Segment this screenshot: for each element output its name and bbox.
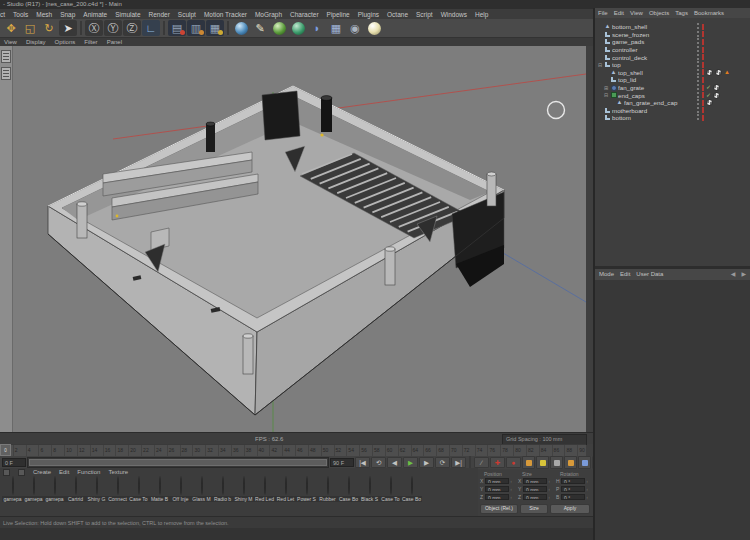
rotate-tool[interactable]: ↻	[40, 20, 58, 36]
stepper-arrows[interactable]: ↕	[586, 487, 588, 492]
material-shiny-g[interactable]: Shiny G	[86, 477, 107, 502]
material-menu-edit[interactable]: Edit	[59, 468, 69, 476]
previous-frame-button[interactable]: ◀	[387, 457, 402, 468]
coordinate-system-toggle[interactable]: ∟	[142, 20, 160, 36]
play-backwards-button[interactable]: ⟲	[371, 457, 386, 468]
object-row-controller[interactable]: controller	[595, 46, 750, 54]
timeline-ruler[interactable]: 0246810121416182022242628303234363840424…	[0, 444, 586, 456]
add-light-button[interactable]	[365, 20, 383, 36]
record-scale-toggle[interactable]	[536, 456, 549, 469]
material-case-bo[interactable]: Case Bo	[401, 477, 422, 502]
live-selection-tool[interactable]: ➤	[59, 20, 77, 36]
visibility-dots[interactable]	[697, 84, 700, 91]
object-row-motherboard[interactable]: motherboard	[595, 107, 750, 115]
x-axis-lock[interactable]: Ⓧ	[85, 20, 103, 36]
object-row-end-caps[interactable]: ⊟end_caps✓	[595, 91, 750, 99]
object-manager-menu-tags[interactable]: Tags	[675, 8, 688, 18]
viewport-menu-panel[interactable]: Panel	[107, 38, 122, 46]
visibility-dots[interactable]	[697, 46, 700, 53]
material-matte-b[interactable]: Matte B	[149, 477, 170, 502]
main-menu-select[interactable]: Select	[0, 11, 5, 18]
material-gamepa[interactable]: gamepa	[2, 477, 23, 502]
record-pla-toggle[interactable]	[578, 456, 591, 469]
main-menu-character[interactable]: Character	[290, 11, 319, 18]
viewport-menu-view[interactable]: View	[4, 38, 17, 46]
object-row-top-lid[interactable]: top_lid	[595, 76, 750, 84]
add-primitive-button[interactable]	[270, 20, 288, 36]
object-manager-menu-file[interactable]: File	[598, 8, 608, 18]
main-menu-script[interactable]: Script	[416, 11, 433, 18]
coordinate-mode-select[interactable]: Object (Rel.)	[480, 504, 518, 514]
material-gamepa[interactable]: gamepa	[23, 477, 44, 502]
object-manager-menu-objects[interactable]: Objects	[649, 8, 669, 18]
viewport-panel-button[interactable]	[1, 67, 11, 80]
material-power-s[interactable]: Power S	[296, 477, 317, 502]
stepper-arrows[interactable]: ↕	[548, 487, 550, 492]
coordinate-field[interactable]: 0 mm	[523, 494, 547, 500]
texture-tag-icon[interactable]	[706, 99, 713, 106]
render-view-button[interactable]: ▤	[168, 20, 186, 36]
end-frame-field[interactable]: 90 F	[330, 458, 354, 467]
material-menu-texture[interactable]: Texture	[108, 468, 128, 476]
material-case-bo[interactable]: Case Bo	[338, 477, 359, 502]
stepper-arrows[interactable]: ↕	[548, 479, 550, 484]
main-menu-windows[interactable]: Windows	[441, 11, 467, 18]
viewport-menu-filter[interactable]: Filter	[84, 38, 97, 46]
stepper-arrows[interactable]: ↕	[586, 495, 588, 500]
visibility-dots[interactable]	[697, 92, 700, 99]
z-axis-lock[interactable]: Ⓩ	[123, 20, 141, 36]
material-radio-b[interactable]: Radio b	[212, 477, 233, 502]
visibility-dots[interactable]	[697, 76, 700, 83]
material-glass-m[interactable]: Glass M	[191, 477, 212, 502]
object-row-fan-grate[interactable]: ⊞fan_grate✓	[595, 84, 750, 92]
main-menu-mograph[interactable]: MoGraph	[255, 11, 282, 18]
material-mode-icon[interactable]	[3, 469, 10, 476]
material-view-icon[interactable]	[18, 469, 25, 476]
play-forwards-button[interactable]: ▶	[403, 457, 418, 468]
texture-tag-icon[interactable]	[706, 69, 713, 76]
object-manager-menu-edit[interactable]: Edit	[614, 8, 624, 18]
move-tool[interactable]: ✥	[2, 20, 20, 36]
viewport-canvas[interactable]	[13, 46, 586, 432]
coordinate-field[interactable]: 0 °	[561, 494, 585, 500]
visibility-dots[interactable]	[697, 61, 700, 68]
preview-range-slider[interactable]	[27, 457, 329, 468]
attribute-menu-edit[interactable]: Edit	[620, 269, 630, 280]
add-array-button[interactable]: ▦	[327, 20, 345, 36]
autokey-button[interactable]: ●	[506, 457, 521, 468]
timeline-playhead[interactable]: 0	[0, 444, 11, 456]
object-row-control-deck[interactable]: control_deck	[595, 53, 750, 61]
coordinate-size-select[interactable]: Size	[520, 504, 548, 514]
add-camera-button[interactable]: ◉	[346, 20, 364, 36]
keyframe-presets-button[interactable]: ∕	[474, 457, 489, 468]
main-menu-motion-tracker[interactable]: Motion Tracker	[204, 11, 247, 18]
object-row-game-pads[interactable]: game_pads	[595, 38, 750, 46]
material-red-let[interactable]: Red Let	[275, 477, 296, 502]
attribute-menu-mode[interactable]: Mode	[599, 269, 614, 280]
loop-button[interactable]: ⟳	[435, 457, 450, 468]
main-menu-tools[interactable]: Tools	[13, 11, 28, 18]
enabled-check-icon[interactable]: ✓	[706, 92, 711, 99]
visibility-dots[interactable]	[697, 69, 700, 76]
main-menu-simulate[interactable]: Simulate	[115, 11, 140, 18]
material-rubber[interactable]: Rubber	[317, 477, 338, 502]
visibility-dots[interactable]	[697, 38, 700, 45]
apply-button[interactable]: Apply	[550, 504, 590, 514]
material-menu-create[interactable]: Create	[33, 468, 51, 476]
record-parameter-toggle[interactable]	[564, 456, 577, 469]
add-mograph-button[interactable]	[289, 20, 307, 36]
main-menu-snap[interactable]: Snap	[60, 11, 75, 18]
material-connect[interactable]: Connect	[107, 477, 128, 502]
spline-pen-tool[interactable]: ✎	[251, 20, 269, 36]
attribute-history-forward[interactable]: ▶	[741, 269, 746, 280]
object-row-bottom[interactable]: bottom	[595, 114, 750, 122]
main-menu-octane[interactable]: Octane	[387, 11, 408, 18]
stepper-arrows[interactable]: ↕	[548, 495, 550, 500]
main-menu-plugins[interactable]: Plugins	[358, 11, 379, 18]
material-off-inje[interactable]: Off Inje	[170, 477, 191, 502]
record-position-toggle[interactable]	[522, 456, 535, 469]
object-row-top[interactable]: ⊟top	[595, 61, 750, 69]
material-cartrid[interactable]: Cartrid	[65, 477, 86, 502]
stepper-arrows[interactable]: ↕	[510, 487, 512, 492]
viewport-menu-display[interactable]: Display	[26, 38, 46, 46]
